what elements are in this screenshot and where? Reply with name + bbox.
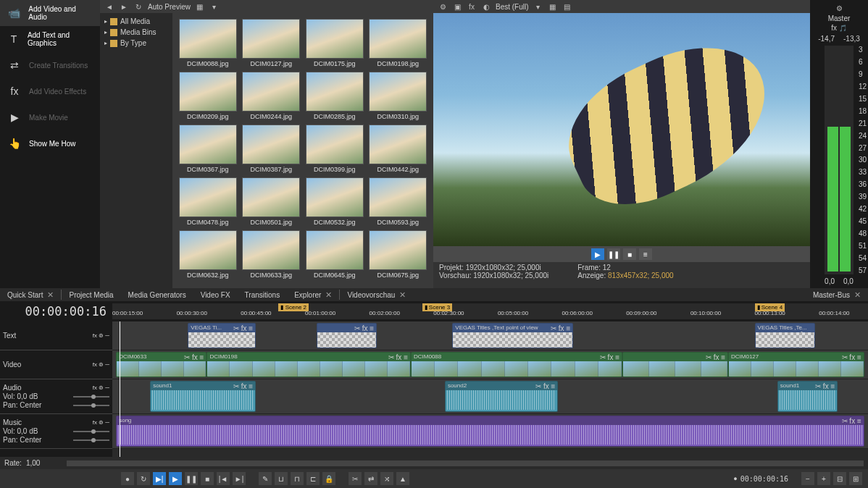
media-thumb[interactable]: DCIM0198.jpg <box>369 19 428 67</box>
close-icon[interactable]: ✕ <box>325 290 332 300</box>
edit-tool-button[interactable]: ✎ <box>259 472 272 485</box>
track-content-area[interactable]: VEGAS Ti... ✂ fx ≡ ✂ fx ≡VEGAS Titles ,T… <box>112 321 868 457</box>
record-button[interactable]: ● <box>121 472 134 485</box>
play-button[interactable]: ▶ <box>169 472 182 485</box>
forward-icon[interactable]: ► <box>119 1 129 12</box>
timecode-display[interactable]: 00:00:00:16 <box>0 304 112 319</box>
fx-icon[interactable]: fx <box>467 1 477 12</box>
preview-toggle-icon[interactable]: ▣ <box>452 1 462 12</box>
media-thumb[interactable]: DCIM0593.jpg <box>369 177 428 226</box>
overlay-icon[interactable]: ▤ <box>562 1 572 12</box>
master-fx-button[interactable]: fx <box>831 24 837 32</box>
track-fx-icons[interactable]: fx ⊚ ─ <box>93 384 109 391</box>
timeline-clip[interactable]: VEGAS Ti... ✂ fx ≡ <box>188 323 256 348</box>
zoom-vert-out-button[interactable]: ⊟ <box>833 472 846 485</box>
timeline-clip[interactable]: DCIM0633 ✂ fx ≡ <box>116 352 206 377</box>
autofades-button[interactable]: ▲ <box>396 472 409 485</box>
pan-slider[interactable] <box>73 405 109 406</box>
timeline-clip[interactable]: VEGAS Titles ,Text point of view ✂ fx ≡ <box>452 323 573 348</box>
tab-video-fx[interactable]: Video FX <box>193 288 238 302</box>
close-icon[interactable]: ✕ <box>47 290 54 300</box>
media-thumb[interactable]: DCIM0209.jpg <box>178 72 238 120</box>
timeline-clip[interactable]: DCIM0198 ✂ fx ≡ <box>206 352 411 377</box>
quickstart-item-2[interactable]: ⇄Create Transitions <box>0 52 100 78</box>
tree-item[interactable]: ▸All Media <box>103 16 170 27</box>
tab-transitions[interactable]: Transitions <box>238 288 288 302</box>
go-end-button[interactable]: ►| <box>233 472 246 485</box>
magnet-button[interactable]: ⊔ <box>275 472 288 485</box>
pan-slider[interactable] <box>73 439 109 441</box>
media-thumb[interactable]: DCIM0088.jpg <box>178 19 238 67</box>
timeline-clip[interactable]: song ✂ fx ≡ <box>116 416 864 447</box>
media-thumb[interactable]: DCIM0532.jpg <box>305 177 364 226</box>
go-start-button[interactable]: |◄ <box>217 472 230 485</box>
tab-explorer[interactable]: Explorer✕ <box>287 288 339 302</box>
track-content[interactable]: song ✂ fx ≡ <box>112 414 868 449</box>
media-thumb[interactable]: DCIM0399.jpg <box>305 125 364 173</box>
quickstart-item-0[interactable]: 📹Add Video and Audio <box>0 0 100 26</box>
quickstart-item-3[interactable]: fxAdd Video Effects <box>0 78 100 104</box>
playhead[interactable] <box>120 321 120 457</box>
media-thumb[interactable]: DCIM0442.jpg <box>369 125 428 173</box>
timeline-clip[interactable]: ✂ fx ≡ <box>622 352 728 377</box>
tab-project-media[interactable]: Project Media <box>62 288 120 302</box>
lock-button[interactable]: 🔒 <box>322 472 335 485</box>
snap-button[interactable]: ⊓ <box>291 472 304 485</box>
preview-list-button[interactable]: ≡ <box>639 248 652 260</box>
media-thumb[interactable]: DCIM0367.jpg <box>178 125 238 173</box>
gear-icon[interactable]: ⚙ <box>438 1 448 12</box>
track-content[interactable]: DCIM0633 ✂ fx ≡DCIM0198 ✂ fx ≡DCIM0088 ✂… <box>112 350 868 379</box>
quickstart-item-4[interactable]: ▶Make Movie <box>0 104 100 130</box>
options-icon[interactable]: ▾ <box>209 1 220 12</box>
close-icon[interactable]: ✕ <box>399 290 406 300</box>
quickstart-item-5[interactable]: 👆Show Me How <box>0 130 100 156</box>
tree-item[interactable]: ▸Media Bins <box>103 27 170 38</box>
stop-button[interactable]: ■ <box>201 472 214 485</box>
timeline-marker[interactable]: ▮ Scene 3 <box>422 303 453 311</box>
media-thumb[interactable]: DCIM0310.jpg <box>369 72 428 120</box>
snap2-button[interactable]: ⊏ <box>306 472 320 485</box>
tab-masterbus[interactable]: Master-Bus✕ <box>806 288 868 302</box>
zoom-vert-in-button[interactable]: ⊞ <box>849 472 862 485</box>
track-fx-icons[interactable]: fx ⊚ ─ <box>93 361 109 368</box>
media-thumb[interactable]: DCIM0478.jpg <box>178 177 238 226</box>
zoom-in-button[interactable]: + <box>817 472 830 485</box>
track-content[interactable]: VEGAS Ti... ✂ fx ≡ ✂ fx ≡VEGAS Titles ,T… <box>112 321 868 350</box>
timeline-clip[interactable]: DCIM0088 ✂ fx ≡ <box>411 352 622 377</box>
timeline-clip[interactable]: ✂ fx ≡ <box>317 323 377 348</box>
timeline-clip[interactable]: DCIM0127 ✂ fx ≡ <box>728 352 864 377</box>
track-header-text[interactable]: Textfx ⊚ ─ <box>0 321 112 350</box>
media-thumb[interactable]: DCIM0244.jpg <box>242 72 301 120</box>
loop-button[interactable]: ↻ <box>137 472 150 485</box>
media-thumb[interactable]: DCIM0501.jpg <box>242 177 301 226</box>
crossfade-button[interactable]: ⤨ <box>380 472 393 485</box>
media-thumb[interactable]: DCIM0633.jpg <box>242 230 301 279</box>
timeline-ruler[interactable]: 00:00:15:0000:00:30:0000:00:45:0000:01:0… <box>112 303 868 319</box>
timeline-clip[interactable]: sound2 ✂ fx ≡ <box>445 381 558 412</box>
volume-slider[interactable] <box>73 396 109 397</box>
track-header-video[interactable]: Videofx ⊚ ─ <box>0 350 112 379</box>
rate-value[interactable]: 1,00 <box>26 459 40 467</box>
preview-quality-dropdown[interactable]: Best (Full) <box>496 3 529 11</box>
track-header-music[interactable]: Musicfx ⊚ ─Vol: 0,0 dBPan: Center <box>0 414 112 449</box>
timeline-marker[interactable]: ▮ Scene 2 <box>278 303 309 311</box>
media-thumb[interactable]: DCIM0285.jpg <box>305 72 364 120</box>
media-thumb[interactable]: DCIM0645.jpg <box>305 230 364 279</box>
volume-slider[interactable] <box>73 431 109 432</box>
cut-button[interactable]: ✂ <box>349 472 362 485</box>
media-thumb[interactable]: DCIM0175.jpg <box>305 19 364 67</box>
timeline-scrollbar[interactable] <box>67 460 864 466</box>
media-thumb[interactable]: DCIM0127.jpg <box>242 19 301 67</box>
pause-button[interactable]: ❚❚ <box>185 472 198 485</box>
track-header-audio[interactable]: Audiofx ⊚ ─Vol: 0,0 dBPan: Center <box>0 379 112 414</box>
refresh-icon[interactable]: ↻ <box>133 1 143 12</box>
close-icon[interactable]: ✕ <box>854 290 861 300</box>
track-fx-icons[interactable]: fx ⊚ ─ <box>93 332 109 339</box>
tab-videovorschau[interactable]: Videovorschau✕ <box>340 288 413 302</box>
preview-stop-button[interactable]: ■ <box>623 248 636 260</box>
timeline-clip[interactable]: sound1 ✂ fx ≡ <box>777 381 838 412</box>
ripple-button[interactable]: ⇄ <box>364 472 377 485</box>
view-icon[interactable]: ▦ <box>195 1 205 12</box>
preview-pause-button[interactable]: ❚❚ <box>607 248 620 260</box>
timeline-clip[interactable]: VEGAS Titles ,Te... ✂ fx ≡ <box>755 323 815 348</box>
